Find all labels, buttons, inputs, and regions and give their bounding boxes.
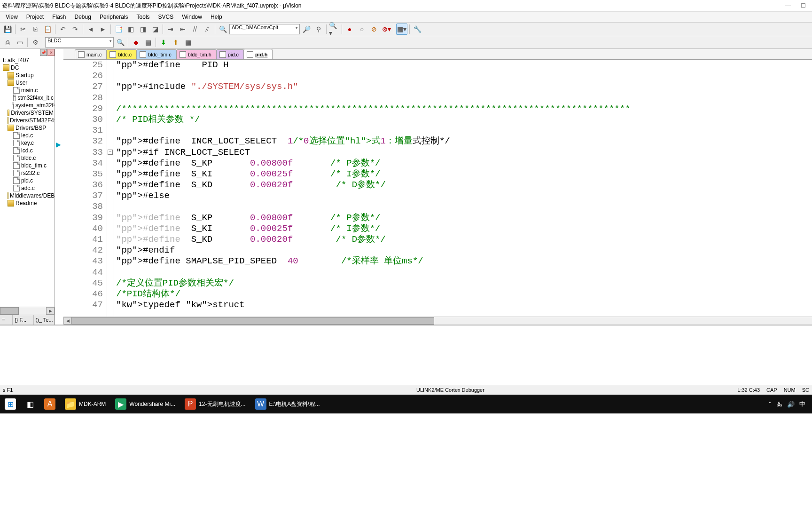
bookmark-next-icon[interactable]: ◨ <box>137 24 148 35</box>
bookmark-clear-icon[interactable]: ◪ <box>149 24 161 35</box>
file-tab[interactable]: pid.c <box>216 49 244 59</box>
tree-item[interactable]: Startup <box>0 71 55 79</box>
build-icon[interactable]: ▭ <box>14 37 25 48</box>
tree-item[interactable]: adc.c <box>0 184 55 192</box>
undo-icon[interactable]: ↶ <box>57 24 69 35</box>
tree-item[interactable]: Readme <box>0 199 55 207</box>
scroll-left-icon[interactable]: ◀ <box>63 317 72 325</box>
find-combo[interactable]: ADC_DMAConvCplt <box>229 24 300 34</box>
tray-network-icon[interactable]: 🖧 <box>776 401 782 408</box>
tree-item[interactable]: system_stm32f4 <box>0 102 55 109</box>
pane-tab-functions[interactable]: {} F... <box>13 315 34 325</box>
find-next-icon[interactable]: 🔎 <box>301 24 312 35</box>
code-line[interactable]: "pp">#define SMAPLSE_PID_SPEED 40 /*采样率 … <box>116 256 812 267</box>
taskbar-app[interactable]: ▶Wondershare Mi... <box>110 396 180 413</box>
close-pane-icon[interactable]: ✕ <box>47 49 55 56</box>
fold-column[interactable]: − <box>107 60 114 317</box>
pane-tab-project[interactable]: ≡ <box>0 315 13 325</box>
breakpoint-enable-icon[interactable]: ○ <box>356 24 367 35</box>
project-tree[interactable]: t: atk_f407 DCStartupUsermain.cstm32f4xx… <box>0 49 55 307</box>
paste-icon[interactable]: 📋 <box>42 24 53 35</box>
window-layout-icon[interactable]: ▦▾ <box>396 24 407 35</box>
code-line[interactable] <box>116 93 812 103</box>
outdent-icon[interactable]: ⇤ <box>177 24 188 35</box>
copy-icon[interactable]: ⎘ <box>30 24 41 35</box>
code-line[interactable]: /* PID相关参数 */ <box>116 114 812 125</box>
menu-debug[interactable]: Debug <box>71 13 95 21</box>
tree-item[interactable]: Drivers/SYSTEM <box>0 109 55 117</box>
start-button[interactable]: ⊞ <box>1 396 20 413</box>
file-tab[interactable]: pid.h <box>243 49 273 59</box>
breakpoint-icon[interactable]: ● <box>344 24 355 35</box>
code-line[interactable] <box>116 267 812 278</box>
tree-item[interactable]: Middlewares/DEBUG <box>0 192 55 199</box>
tree-item[interactable]: key.c <box>0 139 55 147</box>
code-line[interactable]: /*定义位置PID参数相关宏*/ <box>116 278 812 289</box>
code-line[interactable]: "pp">#endif <box>116 245 812 256</box>
bookmark-prev-icon[interactable]: ◧ <box>125 24 136 35</box>
select-pack-icon[interactable]: ▤ <box>142 37 154 48</box>
uncomment-icon[interactable]: ⫽ <box>202 24 213 35</box>
manage-rte-icon[interactable]: ◆ <box>130 37 141 48</box>
code-line[interactable]: "pp">#define S_KI 0.00025f /* I参数*/ <box>116 223 812 234</box>
app-atk[interactable]: A <box>40 396 59 413</box>
system-tray[interactable]: ˄ 🖧 🔊 中 <box>768 400 811 408</box>
code-line[interactable]: "pp">#define S_KP 0.00800f /* P参数*/ <box>116 213 812 223</box>
file-tab[interactable]: main.c <box>75 49 107 59</box>
code-editor[interactable]: 2526272829303132333435363738394041424344… <box>63 60 812 317</box>
tree-root[interactable]: t: atk_f407 <box>0 56 55 64</box>
tree-item[interactable]: DC <box>0 64 55 71</box>
tree-item[interactable]: lcd.c <box>0 147 55 154</box>
menu-view[interactable]: View <box>2 13 22 21</box>
batch-build-icon[interactable]: ▦ <box>182 37 194 48</box>
tree-item[interactable]: Drivers/BSP <box>0 124 55 132</box>
code-line[interactable]: /*PID结构体*/ <box>116 289 812 300</box>
code-line[interactable]: "pp">#include "./SYSTEM/sys/sys.h" <box>116 81 812 92</box>
fold-toggle-icon[interactable]: − <box>108 150 113 155</box>
minimize-button[interactable]: — <box>785 2 791 9</box>
tree-item[interactable]: User <box>0 79 55 87</box>
code-line[interactable]: "pp">#if INCR_LOCT_SELECT <box>116 147 812 158</box>
erase-icon[interactable]: ⬆ <box>170 37 181 48</box>
menu-tools[interactable]: Tools <box>133 13 154 21</box>
redo-icon[interactable]: ↷ <box>70 24 81 35</box>
debug-icon[interactable]: 🔍▾ <box>328 24 340 35</box>
tree-item[interactable]: main.c <box>0 87 55 94</box>
taskbar-app[interactable]: 📁MDK-ARM <box>60 396 110 413</box>
translate-icon[interactable]: ⎙ <box>2 37 13 48</box>
editor-h-scrollbar[interactable]: ◀ <box>63 317 812 325</box>
configure-icon[interactable]: 🔧 <box>412 24 423 35</box>
menu-project[interactable]: Project <box>23 13 47 21</box>
menu-peripherals[interactable]: Peripherals <box>96 13 132 21</box>
file-tab[interactable]: bldc_tim.h <box>176 49 217 59</box>
menu-flash[interactable]: Flash <box>48 13 70 21</box>
code-line[interactable] <box>116 71 812 81</box>
menu-svcs[interactable]: SVCS <box>155 13 178 21</box>
code-line[interactable]: "kw">typedef "kw">struct <box>116 300 812 310</box>
code-line[interactable]: "pp">#define S_KD 0.00020f /* D参数*/ <box>116 234 812 245</box>
menu-help[interactable]: Help <box>207 13 226 21</box>
tree-item[interactable]: stm32f4xx_it.c <box>0 94 55 102</box>
indent-icon[interactable]: ⇥ <box>165 24 176 35</box>
options-icon[interactable]: ⚙ <box>30 37 41 48</box>
code-line[interactable]: "pp">#else <box>116 190 812 201</box>
tree-item[interactable]: pid.c <box>0 177 55 184</box>
scroll-right-icon[interactable]: ▶ <box>46 307 55 315</box>
nav-fwd-icon[interactable]: ► <box>97 24 109 35</box>
tree-item[interactable]: bldc.c <box>0 154 55 162</box>
find-in-files-icon[interactable]: 🔍 <box>217 24 228 35</box>
file-tab[interactable]: bldc_tim.c <box>136 49 177 59</box>
maximize-button[interactable]: ☐ <box>800 2 806 9</box>
source-text[interactable]: "pp">#define __PID_H"pp">#include "./SYS… <box>114 60 812 317</box>
tray-up-icon[interactable]: ˄ <box>768 401 772 408</box>
tree-item[interactable]: rs232.c <box>0 169 55 177</box>
taskbar-app[interactable]: WE:\电机A盘资料\程... <box>250 396 325 413</box>
target-options-icon[interactable]: 🔍 <box>115 37 126 48</box>
code-line[interactable]: "pp">#define S_KD 0.00020f /* D参数*/ <box>116 180 812 190</box>
code-line[interactable]: "pp">#define __PID_H <box>116 60 812 71</box>
nav-back-icon[interactable]: ◄ <box>85 24 96 35</box>
build-output-pane[interactable] <box>0 325 812 385</box>
pin-icon[interactable]: 📌 <box>40 49 47 56</box>
comment-icon[interactable]: // <box>189 24 201 35</box>
tree-item[interactable]: Drivers/STM32F4xx <box>0 117 55 124</box>
